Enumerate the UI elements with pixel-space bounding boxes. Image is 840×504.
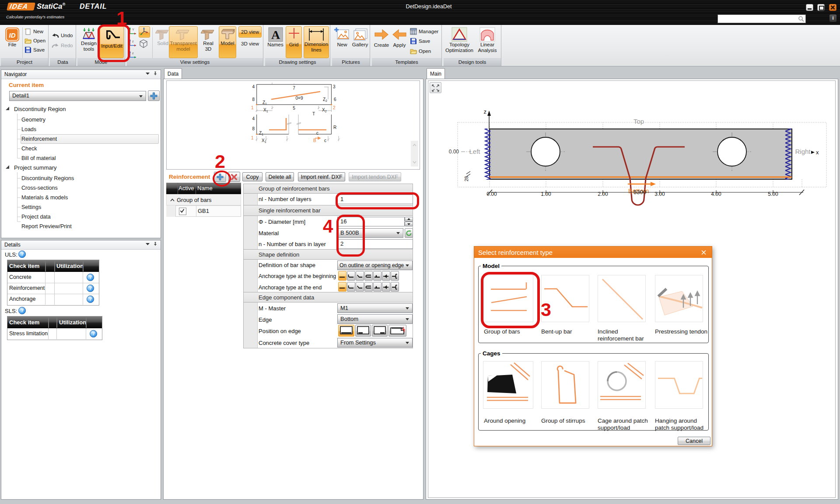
svg-text:T: T — [312, 111, 315, 116]
svg-text:1.00: 1.00 — [541, 191, 551, 197]
svg-text:4.00: 4.00 — [711, 191, 721, 197]
svg-text:7: 7 — [293, 86, 295, 90]
svg-text:ID: ID — [9, 31, 16, 39]
svg-text:Left: Left — [469, 148, 480, 155]
svg-text:5.00: 5.00 — [768, 191, 778, 197]
svg-text:R: R — [333, 125, 336, 130]
svg-text:28: 28 — [464, 176, 469, 181]
svg-text:c: c — [324, 138, 326, 143]
svg-text:X2: X2 — [322, 108, 327, 113]
svg-text:5: 5 — [293, 106, 295, 111]
svg-text:6: 6 — [334, 97, 336, 102]
svg-text:Right: Right — [795, 148, 811, 155]
svg-text:X1: X1 — [263, 108, 268, 113]
svg-text:z: z — [132, 40, 134, 43]
svg-text:3: 3 — [333, 84, 336, 89]
svg-text:3.00: 3.00 — [654, 191, 665, 197]
svg-text:Y: Y — [132, 28, 134, 31]
svg-text:8: 8 — [252, 97, 255, 102]
svg-text:B: B — [313, 138, 316, 143]
svg-text:1: 1 — [251, 136, 254, 140]
svg-text:Top: Top — [634, 118, 644, 125]
svg-text:Z2: Z2 — [323, 97, 327, 102]
svg-text:0=9: 0=9 — [296, 96, 303, 101]
svg-text:x: x — [816, 149, 819, 156]
svg-text:4: 4 — [252, 84, 255, 89]
svg-text:c: c — [316, 131, 318, 136]
svg-text:z: z — [132, 52, 134, 55]
svg-text:Z1: Z1 — [262, 100, 267, 105]
svg-text:0.00: 0.00 — [449, 149, 459, 155]
svg-text:1: 1 — [251, 105, 254, 110]
svg-text:Z1: Z1 — [259, 131, 263, 136]
svg-text:X1: X1 — [262, 138, 266, 143]
svg-text:8: 8 — [252, 126, 255, 131]
svg-text:4: 4 — [252, 116, 255, 121]
svg-text:0.00: 0.00 — [486, 191, 497, 197]
svg-text:A: A — [271, 28, 280, 42]
svg-text:2: 2 — [333, 105, 336, 110]
svg-text:z: z — [484, 108, 487, 115]
svg-text:2.00: 2.00 — [598, 191, 608, 197]
